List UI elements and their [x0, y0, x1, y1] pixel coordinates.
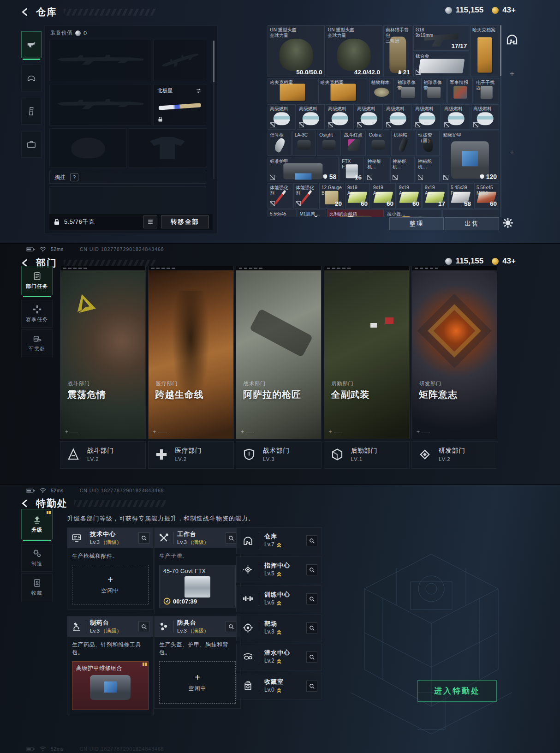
- sidebar-item-manufacture[interactable]: 制造: [21, 544, 53, 572]
- sidebar-item-dept-tasks[interactable]: 部门任务: [21, 266, 53, 295]
- station-card-tech-center[interactable]: 技术中心 Lv.3（满级） 生产枪械和配件。 + 空闲中: [67, 527, 154, 610]
- transfer-all-button[interactable]: 转移全部: [161, 215, 209, 228]
- inventory-item[interactable]: LA-3C: [292, 131, 316, 156]
- inventory-item[interactable]: Osight: [317, 131, 341, 156]
- secure-box-icon[interactable]: [505, 32, 519, 46]
- station-card-workbench[interactable]: 工作台 Lv.3（满级） 生产子弹。 45-70 Govt FTX 00:07:…: [154, 527, 241, 613]
- department-card[interactable]: 医疗部门 跨越生命线 +: [148, 266, 234, 439]
- inventory-item[interactable]: Cobra: [367, 131, 391, 156]
- inventory-item[interactable]: 哈夫克档案: [470, 25, 499, 77]
- inventory-item[interactable]: 高级燃料: [471, 104, 499, 130]
- facility-row[interactable]: 潜水中心 Lv.2: [236, 644, 322, 670]
- rail-tab-gear[interactable]: [21, 65, 42, 91]
- facility-inspect-button[interactable]: [306, 622, 317, 633]
- station-inspect-button[interactable]: [138, 621, 149, 632]
- sidebar-item-season-tasks[interactable]: 赛季任务: [21, 300, 53, 328]
- inventory-item[interactable]: FTXF…16: [340, 157, 364, 182]
- equipment-scrollbar[interactable]: [213, 41, 214, 179]
- department-card[interactable]: 战斗部门 震荡危情 +: [60, 266, 146, 439]
- inventory-item[interactable]: 高级燃料: [355, 104, 383, 130]
- primary-weapon-slot-2[interactable]: [49, 84, 151, 126]
- currency-bar[interactable]: 115,155 43+: [445, 6, 516, 15]
- inventory-item[interactable]: 5.56x45M…: [268, 209, 297, 217]
- inventory-item[interactable]: 9x19A…60: [397, 183, 422, 209]
- inventory-item[interactable]: 植物样本: [369, 78, 394, 103]
- sidebar-item-collection[interactable]: 收藏: [21, 574, 53, 601]
- inventory-item[interactable]: 体能强化剂: [293, 183, 318, 209]
- facility-inspect-button[interactable]: [306, 593, 317, 604]
- inventory-item[interactable]: 哈夫克档案: [268, 78, 317, 103]
- inventory-item[interactable]: 精密护甲120: [441, 131, 500, 182]
- inventory-item[interactable]: 快拔套（黑）: [416, 131, 440, 156]
- facility-inspect-button[interactable]: [306, 564, 317, 575]
- primary-weapon-slot[interactable]: [49, 40, 151, 81]
- inventory-item[interactable]: 机柄帽: [391, 131, 415, 156]
- station-card-armor-bench[interactable]: 防具台 Lv.3（满级） 生产头盔、护甲、胸挂和背包。 + 空闲中: [154, 616, 241, 709]
- inventory-item[interactable]: 军事情报: [447, 78, 473, 103]
- sort-button[interactable]: 整理: [389, 217, 444, 230]
- department-footer[interactable]: 医疗部门 LV.2: [148, 441, 234, 469]
- production-slot-item[interactable]: 高级护甲维修组合: [72, 661, 149, 710]
- inventory-item[interactable]: 电子干扰器: [474, 78, 499, 103]
- production-slot-empty[interactable]: + 空闲中: [159, 661, 236, 704]
- facility-row[interactable]: 指挥中心 Lv.5: [236, 556, 322, 583]
- rail-tab-weapons[interactable]: [21, 31, 42, 58]
- department-card[interactable]: 研发部门 矩阵意志 +: [411, 266, 497, 439]
- production-slot-empty[interactable]: + 空闲中: [72, 565, 149, 604]
- sell-button[interactable]: 出售: [445, 217, 499, 230]
- rail-tab-case[interactable]: [21, 131, 42, 158]
- inventory-item[interactable]: 战斗红点: [342, 131, 366, 156]
- inventory-item[interactable]: 钛合金: [413, 52, 470, 77]
- inventory-item[interactable]: 12.GaugeB…20: [319, 183, 344, 209]
- inventory-item[interactable]: 袖珍录像带: [421, 78, 447, 103]
- list-view-button[interactable]: [143, 215, 157, 228]
- station-inspect-button[interactable]: [226, 532, 237, 544]
- inventory-item[interactable]: 哈夫克档案: [318, 78, 368, 103]
- inventory-item[interactable]: 高级燃料: [326, 104, 354, 130]
- inventory-item[interactable]: 信号枪: [268, 131, 292, 156]
- inventory-item[interactable]: 体能强化剂: [268, 183, 292, 209]
- inventory-item[interactable]: 神秘舵机…: [390, 157, 415, 182]
- inventory-item[interactable]: M1肌肉…: [298, 209, 327, 217]
- inventory-item[interactable]: 拉小提…: [385, 209, 441, 217]
- station-inspect-button[interactable]: [138, 532, 149, 544]
- production-slot-item[interactable]: 45-70 Govt FTX 00:07:39: [159, 565, 236, 608]
- inventory-item[interactable]: 高级燃料: [413, 104, 441, 130]
- inventory-item[interactable]: 袖珍录像带: [395, 78, 420, 103]
- chest-rig-hint[interactable]: ?: [70, 173, 78, 181]
- inventory-item[interactable]: 高级燃料: [384, 104, 412, 130]
- chest-rig-slot[interactable]: [49, 186, 206, 217]
- facility-row[interactable]: 靶场 Lv.3: [236, 615, 322, 641]
- inventory-item[interactable]: 5.56x45M85560: [474, 183, 499, 209]
- department-card[interactable]: 战术部门 阿萨拉的枪匠 +: [236, 266, 322, 439]
- department-card[interactable]: 后勤部门 全副武装 +: [324, 266, 410, 439]
- grid-scrollbar[interactable]: [500, 25, 501, 217]
- settings-gear-icon[interactable]: [502, 217, 514, 229]
- apparel-slot[interactable]: [129, 128, 206, 168]
- transfer-icon[interactable]: [195, 87, 203, 95]
- inventory-item[interactable]: G189x19mm17/17: [413, 25, 470, 51]
- inventory-item[interactable]: 9x19A…60: [371, 183, 396, 209]
- department-footer[interactable]: 后勤部门 LV.1: [324, 441, 410, 469]
- inventory-item[interactable]: 高级燃料: [442, 104, 470, 130]
- inventory-item[interactable]: 高级燃料: [268, 104, 296, 130]
- facility-row[interactable]: 训练中心 Lv.6: [236, 586, 322, 612]
- back-icon[interactable]: [20, 7, 30, 17]
- inventory-item[interactable]: 标准护甲58: [268, 157, 339, 182]
- sidebar-item-upgrade[interactable]: 升级: [21, 509, 53, 539]
- inventory-item[interactable]: 5.45x39P…58: [448, 183, 473, 209]
- department-footer[interactable]: 战斗部门 LV.2: [60, 441, 146, 469]
- rail-tab-supplies[interactable]: [21, 98, 42, 125]
- facility-row[interactable]: 仓库 Lv.7: [236, 527, 322, 554]
- inventory-item[interactable]: 9x19A…17: [423, 183, 447, 209]
- department-footer[interactable]: 研发部门 LV.2: [411, 441, 497, 469]
- helmet-slot[interactable]: [49, 128, 127, 168]
- inventory-item[interactable]: GN 重型头盔全球力量42.0/42.0: [326, 25, 383, 77]
- sidebar-item-quartermaster[interactable]: 军需处: [21, 329, 53, 357]
- facility-inspect-button[interactable]: [306, 535, 317, 546]
- back-icon[interactable]: [20, 499, 30, 508]
- inventory-item[interactable]: 神秘舵机…: [416, 157, 440, 182]
- currency-bar[interactable]: 115,155 43+: [445, 257, 516, 266]
- inventory-item[interactable]: 9x19A…60: [345, 183, 370, 209]
- department-footer[interactable]: 战术部门 LV.3: [236, 441, 322, 469]
